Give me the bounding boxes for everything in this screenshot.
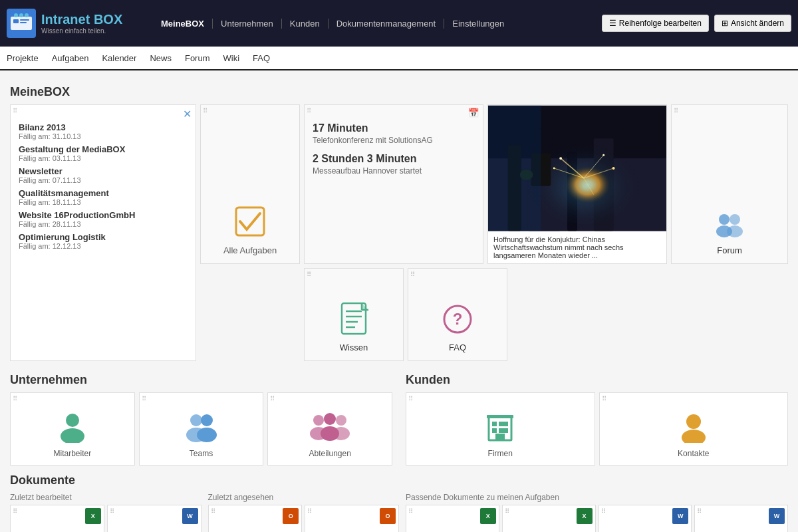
dok-file-4[interactable]: ⠿ X Protokoll_2-11.xls	[406, 505, 499, 532]
svg-point-31	[730, 214, 740, 225]
nav-meinebox[interactable]: MeineBOX	[153, 19, 213, 29]
ansicht-button[interactable]: ⊞ Ansicht ändern	[714, 15, 791, 32]
dok-file-6[interactable]: ⠿ W Zusammenfassung_Telko_4_13.dox	[598, 505, 692, 532]
task-item-4[interactable]: Website 16ProductionGmbH Fällig am: 28.1…	[19, 210, 188, 228]
svg-rect-1	[13, 19, 19, 23]
nav-dokumentenmanagement[interactable]: Dokumentenmanagement	[329, 19, 445, 29]
dok-2-drag-handle: ⠿	[211, 507, 215, 515]
svg-point-21	[559, 157, 562, 160]
faq-label: FAQ	[449, 342, 466, 352]
calendar-icon: 📅	[468, 108, 479, 118]
wissen-icon	[339, 302, 368, 337]
passende-dok-title: Passende Dokumente zu meinen Aufgaben	[406, 493, 788, 502]
kontakte-icon	[677, 410, 710, 445]
task-item-3[interactable]: Qualitätsmanagement Fällig am: 18.11.13	[19, 188, 188, 206]
alle-aufgaben-card[interactable]: ⠿ Alle Aufgaben	[200, 104, 300, 264]
svg-point-50	[324, 413, 336, 425]
reihenfolge-button[interactable]: ☰ Reihenfolge bearbeiten	[602, 15, 709, 32]
nav-einstellungen[interactable]: Einstellungen	[444, 19, 512, 29]
nav-kunden[interactable]: Kunden	[282, 19, 329, 29]
mitarbeiter-card[interactable]: ⠿ Mitarbeiter	[10, 392, 135, 466]
task-item-0[interactable]: Bilanz 2013 Fällig am: 31.10.13	[19, 122, 188, 140]
teams-label: Teams	[190, 449, 213, 458]
svg-point-23	[612, 167, 615, 170]
dok-file-3[interactable]: ⠿ O Zusammenfassung Tagesbesprechung	[305, 505, 399, 532]
wissen-drag-handle: ⠿	[307, 271, 311, 278]
wissen-label: Wissen	[340, 342, 368, 352]
logo-text: Intranet BOX Wissen einfach teilen.	[41, 12, 122, 35]
nav-projekte[interactable]: Projekte	[7, 48, 39, 68]
xls-icon-5: X	[577, 508, 593, 524]
dok-file-0[interactable]: ⠿ X Protokoll_2-11.xls	[10, 505, 104, 532]
brand-name: Intranet BOX	[41, 12, 122, 27]
timer-drag-handle: ⠿	[307, 107, 311, 114]
ol-icon-2: O	[283, 508, 299, 524]
dok-file-7[interactable]: ⠿ W Zusammenfassung_3_13.dox	[694, 505, 788, 532]
dok-3-drag-handle: ⠿	[307, 507, 312, 515]
nav-faq[interactable]: FAQ	[253, 48, 270, 68]
faq-drag-handle: ⠿	[410, 271, 415, 278]
dok-file-1[interactable]: ⠿ W Zusammenfassung_Telko_4_13.dox	[107, 505, 201, 532]
dok-file-2[interactable]: ⠿ O Visitenkarten Krauthaus - Abnahm...	[208, 505, 303, 532]
nav-wiki[interactable]: Wiki	[223, 48, 240, 68]
svg-point-43	[61, 428, 84, 443]
wissen-card[interactable]: ⠿ Wisse	[304, 268, 404, 361]
nav-actions: ☰ Reihenfolge bearbeiten ⊞ Ansicht änder…	[602, 15, 791, 32]
unternehmen-kunden-section: Unternehmen ⠿ Mitarbeiter ⠿	[10, 365, 788, 466]
zuletzt-angesehen-title: Zuletzt angesehen	[208, 493, 400, 502]
top-bar: Intranet BOX Wissen einfach teilen. Mein…	[0, 0, 798, 47]
svg-point-32	[727, 225, 743, 237]
task-item-2[interactable]: Newsletter Fällig am: 07.11.13	[19, 166, 188, 184]
kontakte-card[interactable]: ⠿ Kontakte	[599, 392, 789, 466]
nav-aufgaben[interactable]: Aufgaben	[52, 48, 89, 68]
timer-card: ⠿ 📅 17 Minuten Telefonkonferenz mit Solu…	[304, 104, 483, 264]
dok-7-drag-handle: ⠿	[697, 507, 702, 515]
nav-forum[interactable]: Forum	[185, 48, 210, 68]
check-icon	[233, 205, 267, 240]
doc-icon-1: W	[182, 508, 198, 524]
tasks-drag-handle: ⠿	[13, 107, 17, 114]
dokumente-section: Dokumente Zuletzt bearbeitet ⠿ X Protoko…	[10, 473, 788, 532]
zuletzt-bearbeitet-title: Zuletzt bearbeitet	[10, 493, 201, 502]
view-icon: ⊞	[722, 19, 728, 28]
dok-4-drag-handle: ⠿	[408, 507, 413, 515]
dok-subsections: Zuletzt bearbeitet ⠿ X Protokoll_2-11.xl…	[10, 493, 788, 532]
svg-point-4	[14, 13, 18, 17]
task-item-5[interactable]: Optimierung Logistik Fällig am: 12.12.13	[19, 232, 188, 250]
unternehmen-section: Unternehmen ⠿ Mitarbeiter ⠿	[10, 365, 392, 466]
forum-card[interactable]: ⠿ Forum	[671, 104, 788, 264]
logo-area: Intranet BOX Wissen einfach teilen.	[7, 9, 140, 38]
teams-card[interactable]: ⠿ Teams	[139, 392, 264, 466]
welding-image	[488, 105, 666, 231]
faq-card[interactable]: ⠿ ? FAQ	[408, 268, 507, 361]
alle-aufgaben-label: Alle Aufgaben	[223, 245, 277, 255]
nav-unternehmen[interactable]: Unternehmen	[213, 19, 282, 29]
svg-point-44	[190, 414, 202, 426]
svg-rect-62	[487, 415, 513, 418]
task-item-1[interactable]: Gestaltung der MediaBOX Fällig am: 03.11…	[19, 144, 188, 162]
forum-drag-handle: ⠿	[674, 107, 678, 114]
dok-6-drag-handle: ⠿	[601, 507, 606, 515]
firmen-card[interactable]: ⠿ Firme	[406, 392, 595, 466]
meinebox-row1: ⠿ ✕ Bilanz 2013 Fällig am: 31.10.13 Gest…	[10, 104, 788, 361]
dok-5-drag-handle: ⠿	[505, 507, 509, 515]
zuletzt-bearbeitet: Zuletzt bearbeitet ⠿ X Protokoll_2-11.xl…	[10, 493, 201, 532]
svg-point-52	[336, 415, 346, 426]
abteilungen-card[interactable]: ⠿ Abteilungen	[267, 392, 392, 466]
unternehmen-title: Unternehmen	[10, 373, 392, 387]
nav-news[interactable]: News	[150, 48, 172, 68]
nav-kalender[interactable]: Kalender	[102, 48, 136, 68]
meinebox-title: MeineBOX	[10, 85, 788, 99]
svg-point-53	[332, 427, 350, 440]
svg-point-46	[201, 414, 213, 426]
doc-icon-7: W	[769, 508, 785, 524]
news-card[interactable]: ⠿ 🌐	[487, 104, 667, 264]
faq-icon: ?	[442, 303, 473, 337]
kunden-cards: ⠿ Firme	[406, 392, 788, 466]
passende-dok-files: ⠿ X Protokoll_2-11.xls ⠿ X Protokoll_1-1…	[406, 505, 788, 532]
tasks-pin-icon[interactable]: ✕	[183, 108, 192, 120]
news-caption: Hoffnung für die Konjuktur: Chinas Wirts…	[488, 231, 666, 263]
mitarbeiter-icon	[56, 410, 89, 445]
dok-file-5[interactable]: ⠿ X Protokoll_1-11.xls	[502, 505, 596, 532]
svg-rect-60	[503, 428, 508, 433]
